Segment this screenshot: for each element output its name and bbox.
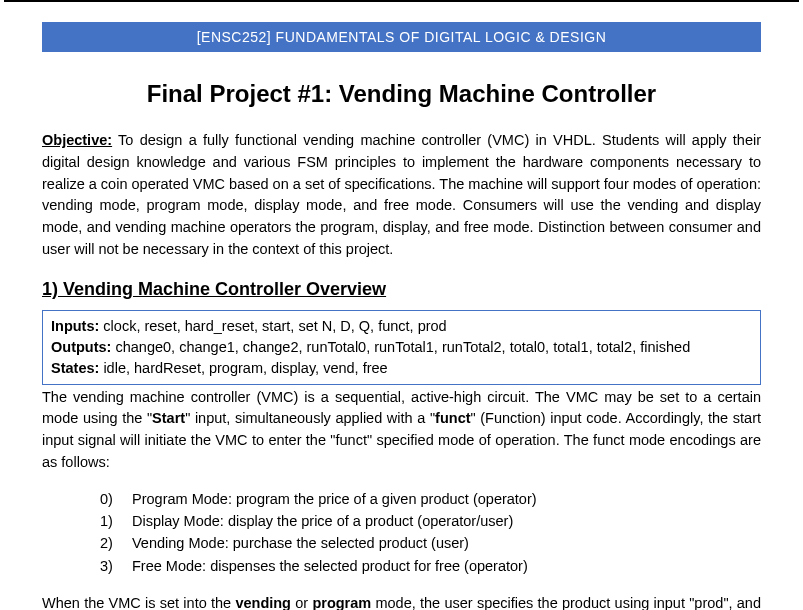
final-text-b: or xyxy=(291,595,312,610)
outputs-label: Outputs: xyxy=(51,339,111,355)
objective-label: Objective: xyxy=(42,132,112,148)
program-bold: program xyxy=(312,595,371,610)
inputs-row: Inputs: clock, reset, hard_reset, start,… xyxy=(51,316,752,337)
overview-paragraph: The vending machine controller (VMC) is … xyxy=(42,387,761,474)
inputs-label: Inputs: xyxy=(51,318,99,334)
mode-item-1: 1) Display Mode: display the price of a … xyxy=(100,510,761,532)
objective-paragraph: Objective: To design a fully functional … xyxy=(42,130,761,261)
final-paragraph: When the VMC is set into the vending or … xyxy=(42,593,761,610)
section-heading-1: 1) Vending Machine Controller Overview xyxy=(42,279,761,300)
funct-bold: funct xyxy=(435,410,470,426)
mode-num: 1) xyxy=(100,510,132,532)
states-row: States: idle, hardReset, program, displa… xyxy=(51,358,752,379)
document-page: [ENSC252] FUNDAMENTALS OF DIGITAL LOGIC … xyxy=(0,2,803,610)
document-title: Final Project #1: Vending Machine Contro… xyxy=(42,80,761,108)
mode-text: Display Mode: display the price of a pro… xyxy=(132,510,513,532)
io-specification-box: Inputs: clock, reset, hard_reset, start,… xyxy=(42,310,761,385)
course-header: [ENSC252] FUNDAMENTALS OF DIGITAL LOGIC … xyxy=(42,22,761,52)
mode-list: 0) Program Mode: program the price of a … xyxy=(42,488,761,578)
mode-item-2: 2) Vending Mode: purchase the selected p… xyxy=(100,532,761,554)
start-bold: Start xyxy=(152,410,185,426)
mode-item-0: 0) Program Mode: program the price of a … xyxy=(100,488,761,510)
objective-text: To design a fully functional vending mac… xyxy=(42,132,761,257)
mode-text: Vending Mode: purchase the selected prod… xyxy=(132,532,469,554)
states-label: States: xyxy=(51,360,99,376)
mode-text: Program Mode: program the price of a giv… xyxy=(132,488,537,510)
mode-num: 3) xyxy=(100,555,132,577)
outputs-row: Outputs: change0, change1, change2, runT… xyxy=(51,337,752,358)
mode-num: 0) xyxy=(100,488,132,510)
outputs-text: change0, change1, change2, runTotal0, ru… xyxy=(111,339,690,355)
inputs-text: clock, reset, hard_reset, start, set N, … xyxy=(99,318,446,334)
final-text-a: When the VMC is set into the xyxy=(42,595,235,610)
mode-item-3: 3) Free Mode: dispenses the selected pro… xyxy=(100,555,761,577)
overview-text-b: " input, simultaneously applied with a " xyxy=(185,410,435,426)
mode-text: Free Mode: dispenses the selected produc… xyxy=(132,555,528,577)
vending-bold: vending xyxy=(235,595,291,610)
mode-num: 2) xyxy=(100,532,132,554)
states-text: idle, hardReset, program, display, vend,… xyxy=(99,360,387,376)
